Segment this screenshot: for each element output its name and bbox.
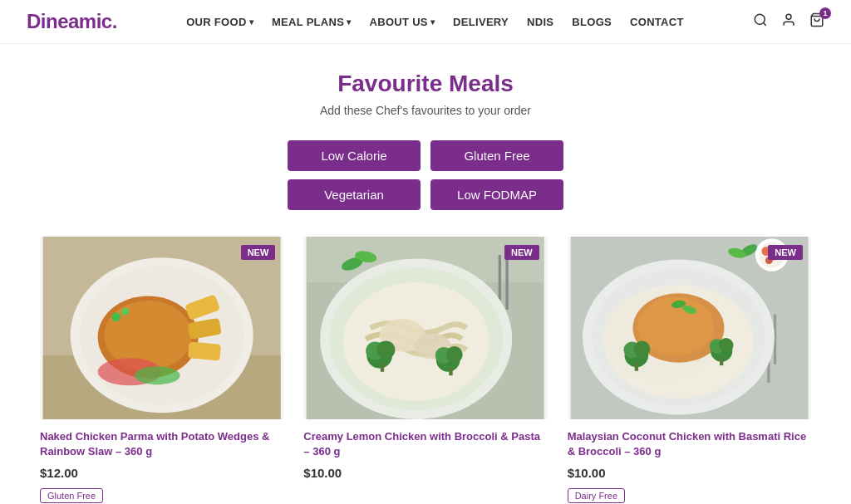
- main-content: Favourite Meals Add these Chef's favouri…: [27, 44, 824, 504]
- svg-point-32: [446, 346, 463, 363]
- nav-item-blogs[interactable]: BLOGS: [565, 12, 618, 32]
- product-name[interactable]: Creamy Lemon Chicken with Broccoli & Pas…: [303, 429, 547, 459]
- logo[interactable]: Dineamic.: [27, 10, 117, 33]
- main-nav: OUR FOOD ▾MEAL PLANS ▾ABOUT US ▾DELIVERY…: [180, 12, 691, 32]
- product-info: Creamy Lemon Chicken with Broccoli & Pas…: [303, 419, 547, 495]
- product-card-1: NEW Naked Chicken Parma with Potato Wedg…: [40, 237, 283, 504]
- filter-buttons: Low Calorie Gluten Free Vegetarian Low F…: [40, 140, 811, 210]
- filter-row-2: Vegetarian Low FODMAP: [288, 179, 563, 210]
- page-subtitle: Add these Chef's favourites to your orde…: [40, 104, 811, 117]
- svg-rect-59: [720, 358, 723, 365]
- nav-item-delivery[interactable]: DELIVERY: [446, 12, 515, 32]
- product-tag: Dairy Free: [568, 488, 625, 503]
- product-grid: NEW Naked Chicken Parma with Potato Wedg…: [40, 237, 811, 504]
- product-image: [568, 237, 811, 419]
- product-tag: Gluten Free: [40, 488, 103, 503]
- new-badge: NEW: [504, 245, 539, 260]
- svg-point-58: [719, 338, 734, 353]
- svg-point-14: [135, 366, 180, 384]
- chevron-down-icon: ▾: [430, 17, 435, 27]
- account-icon[interactable]: [781, 12, 796, 32]
- product-card-3: NEW Malaysian Coconut Chicken with Basma…: [568, 237, 811, 504]
- product-image-wrap: NEW: [303, 237, 547, 419]
- chevron-down-icon: ▾: [249, 17, 253, 27]
- product-image: [40, 237, 283, 419]
- svg-rect-20: [506, 255, 509, 310]
- svg-point-28: [377, 340, 396, 359]
- product-price: $10.00: [303, 466, 547, 480]
- product-price: $10.00: [568, 466, 811, 480]
- page-title: Favourite Meals: [40, 71, 811, 97]
- header-icons: 1: [753, 12, 824, 32]
- logo-dot: .: [112, 10, 117, 32]
- svg-point-0: [755, 14, 765, 24]
- nav-item-about-us[interactable]: ABOUT US ▾: [363, 12, 442, 32]
- cart-icon[interactable]: 1: [809, 12, 824, 32]
- product-name[interactable]: Malaysian Coconut Chicken with Basmati R…: [568, 429, 811, 459]
- new-badge: NEW: [241, 245, 276, 260]
- logo-text: Dineamic: [27, 10, 112, 32]
- search-icon[interactable]: [753, 12, 768, 32]
- svg-line-1: [763, 22, 765, 25]
- product-info: Naked Chicken Parma with Potato Wedges &…: [40, 419, 283, 504]
- filter-vegetarian[interactable]: Vegetarian: [288, 179, 421, 210]
- chevron-down-icon: ▾: [347, 17, 351, 27]
- product-price: $12.00: [40, 466, 283, 480]
- product-image-wrap: NEW: [568, 237, 811, 419]
- svg-rect-33: [450, 367, 453, 375]
- nav-item-ndis[interactable]: NDIS: [520, 12, 560, 32]
- svg-point-54: [633, 340, 650, 357]
- svg-point-16: [121, 308, 129, 316]
- product-image-wrap: NEW: [40, 237, 283, 419]
- filter-low-calorie[interactable]: Low Calorie: [288, 140, 421, 171]
- filter-gluten-free[interactable]: Gluten Free: [430, 140, 563, 171]
- nav-item-meal-plans[interactable]: MEAL PLANS ▾: [265, 12, 358, 32]
- cart-count: 1: [819, 7, 831, 19]
- svg-point-2: [786, 14, 791, 19]
- filter-low-fodmap[interactable]: Low FODMAP: [430, 179, 563, 210]
- product-info: Malaysian Coconut Chicken with Basmati R…: [568, 419, 811, 504]
- new-badge: NEW: [768, 245, 803, 260]
- svg-point-15: [111, 312, 121, 321]
- product-image: [303, 237, 547, 419]
- header: Dineamic. OUR FOOD ▾MEAL PLANS ▾ABOUT US…: [0, 0, 851, 44]
- nav-item-contact[interactable]: CONTACT: [623, 12, 691, 32]
- nav-item-our-food[interactable]: OUR FOOD ▾: [180, 12, 260, 32]
- filter-row-1: Low Calorie Gluten Free: [288, 140, 563, 171]
- svg-rect-29: [381, 363, 384, 372]
- product-name[interactable]: Naked Chicken Parma with Potato Wedges &…: [40, 429, 283, 459]
- product-card-2: NEW Creamy Lemon Chicken with Broccoli &…: [303, 237, 547, 504]
- svg-rect-12: [188, 341, 221, 360]
- svg-rect-55: [634, 363, 637, 371]
